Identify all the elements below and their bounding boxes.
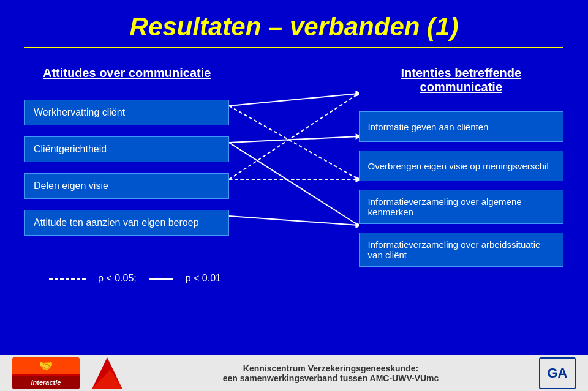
footer-org-name: Kenniscentrum Verzekeringsgeneeskunde: [135,363,527,373]
interactie-logo-bottom: interactie [12,376,80,389]
footer-text-area: Kenniscentrum Verzekeringsgeneeskunde: e… [135,363,527,383]
right-item-4: Informatieverzameling over arbeidssituat… [359,233,564,267]
svg-marker-11 [356,91,359,97]
right-item-1: Informatie geven aan cliënten [359,111,564,142]
slide-title: Resultaten – verbanden (1) [24,12,564,42]
footer-org-desc: een samenwerkingsverband tussen AMC-UWV-… [135,373,527,383]
left-column: Attitudes over communicatie Werkhervatti… [24,60,229,267]
svg-line-2 [229,106,358,179]
left-header: Attitudes over communicatie [24,66,229,80]
left-item-4: Attitude ten aanzien van eigen beroep [24,210,229,236]
interactie-text: interactie [31,379,61,386]
solid-line-icon [149,278,173,280]
main-slide: Resultaten – verbanden (1) Attitudes ove… [0,0,588,355]
left-item-2: Cliëntgerichtheid [24,136,229,162]
left-item-3: Delen eigen visie [24,173,229,199]
right-item-2: Overbrengen eigen visie op meningsversch… [359,151,564,181]
left-item-1: Werkhervatting cliënt [24,100,229,125]
ga-logo: GA [539,357,576,389]
right-item-3: Informatieverzameling over algemene kenm… [359,190,564,224]
svg-line-10 [229,94,358,179]
svg-marker-7 [356,176,359,182]
right-column: Intenties betreffende communicatie Infor… [359,60,564,267]
svg-marker-5 [356,133,359,140]
right-header: Intenties betreffende communicatie [359,66,564,94]
svg-line-0 [229,94,358,106]
interactie-logo-top: 🤝 [12,357,80,374]
legend: p < 0.05; p < 0.01 [24,267,564,290]
footer: 🤝 interactie Kenniscentrum Verzekeringsg… [0,355,588,391]
red-shape-decoration [92,357,123,389]
dashed-line-icon [49,278,86,280]
svg-line-12 [229,143,358,225]
svg-marker-13 [356,222,359,228]
svg-line-8 [229,216,358,225]
svg-line-4 [229,136,358,143]
interactie-logo: 🤝 interactie [12,357,80,389]
solid-label: p < 0.01 [186,273,221,284]
hands-icon: 🤝 [39,359,53,373]
dashed-label: p < 0.05; [98,273,137,284]
connections-svg [229,60,358,256]
